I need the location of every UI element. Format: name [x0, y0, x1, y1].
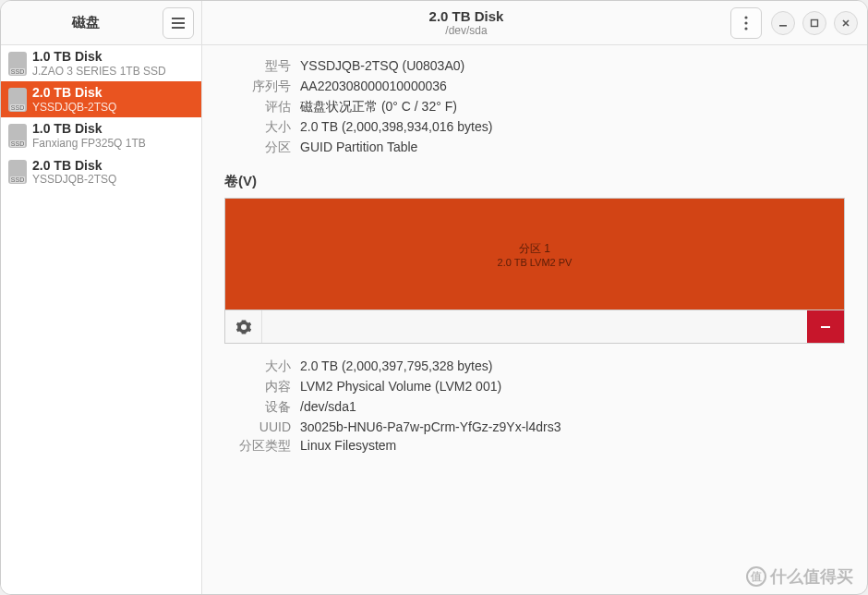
- value-partitioning: GUID Partition Table: [300, 140, 845, 156]
- minimize-button[interactable]: [771, 11, 795, 35]
- disk-item-title: 2.0 TB Disk: [32, 85, 116, 101]
- value-vol-contents: LVM2 Physical Volume (LVM2 001): [300, 379, 845, 395]
- label-vol-device: 设备: [224, 399, 291, 416]
- main-panel: 型号 YSSDJQB-2TSQ (U0803A0) 序列号 AA22030800…: [202, 45, 867, 594]
- disk-list-item[interactable]: 1.0 TB Disk J.ZAO 3 SERIES 1TB SSD: [1, 45, 201, 81]
- minimize-icon: [778, 18, 788, 28]
- watermark-text: 什么值得买: [770, 565, 853, 588]
- volumes-section-title: 卷(V): [224, 173, 845, 190]
- app-window: 磁盘 2.0 TB Disk /dev/sda: [0, 0, 868, 595]
- watermark: 值 什么值得买: [746, 565, 853, 588]
- sidebar-title: 磁盘: [8, 14, 163, 31]
- disk-list-item[interactable]: 1.0 TB Disk Fanxiang FP325Q 1TB: [1, 117, 201, 153]
- label-vol-size: 大小: [224, 358, 291, 375]
- titlebar-left: 磁盘: [1, 1, 202, 44]
- value-model: YSSDJQB-2TSQ (U0803A0): [300, 58, 845, 75]
- label-vol-ptype: 分区类型: [224, 438, 291, 455]
- value-vol-device: /dev/sda1: [300, 399, 845, 416]
- svg-rect-8: [821, 326, 830, 328]
- svg-rect-6: [779, 25, 787, 27]
- label-vol-contents: 内容: [224, 379, 291, 395]
- body: 1.0 TB Disk J.ZAO 3 SERIES 1TB SSD 2.0 T…: [1, 45, 867, 594]
- disk-item-title: 1.0 TB Disk: [32, 49, 166, 65]
- disk-list-item[interactable]: 2.0 TB Disk YSSDJQB-2TSQ: [1, 81, 201, 117]
- maximize-button[interactable]: [802, 11, 826, 35]
- titlebar-center: 2.0 TB Disk /dev/sda: [202, 8, 730, 37]
- window-subtitle: /dev/sda: [202, 24, 730, 37]
- hamburger-icon: [171, 17, 186, 30]
- disk-item-sub: Fanxiang FP325Q 1TB: [32, 137, 146, 150]
- partition-title: 分区 1: [519, 241, 550, 257]
- volume-options-button[interactable]: [225, 310, 262, 343]
- ssd-icon: [8, 124, 27, 148]
- volume-info-table: 大小 2.0 TB (2,000,397,795,328 bytes) 内容 L…: [224, 358, 845, 455]
- value-vol-ptype: Linux Filesystem: [300, 438, 845, 455]
- titlebar: 磁盘 2.0 TB Disk /dev/sda: [1, 1, 867, 45]
- ssd-icon: [8, 52, 27, 76]
- disk-options-button[interactable]: [730, 7, 762, 39]
- disk-info-table: 型号 YSSDJQB-2TSQ (U0803A0) 序列号 AA22030800…: [224, 58, 845, 156]
- svg-point-5: [744, 27, 747, 30]
- volume-partition[interactable]: 分区 1 2.0 TB LVM2 PV: [224, 198, 845, 310]
- label-model: 型号: [224, 58, 291, 75]
- hamburger-menu-button[interactable]: [163, 7, 194, 39]
- value-assessment: 磁盘状况正常 (0° C / 32° F): [300, 99, 845, 115]
- svg-point-4: [744, 21, 747, 24]
- value-serial: AA220308000010000036: [300, 79, 845, 95]
- svg-rect-7: [812, 19, 818, 26]
- label-size: 大小: [224, 119, 291, 136]
- disk-item-sub: YSSDJQB-2TSQ: [32, 101, 116, 114]
- disk-item-sub: J.ZAO 3 SERIES 1TB SSD: [32, 65, 166, 78]
- watermark-badge-icon: 值: [746, 566, 766, 587]
- kebab-icon: [744, 16, 748, 30]
- ssd-icon: [8, 88, 27, 112]
- label-vol-uuid: UUID: [224, 419, 291, 434]
- gear-icon: [235, 319, 252, 335]
- disk-item-title: 2.0 TB Disk: [32, 158, 116, 174]
- svg-rect-0: [172, 18, 185, 19]
- close-button[interactable]: [834, 11, 858, 35]
- disk-item-sub: YSSDJQB-2TSQ: [32, 173, 116, 186]
- maximize-icon: [810, 18, 819, 28]
- disk-list-sidebar: 1.0 TB Disk J.ZAO 3 SERIES 1TB SSD 2.0 T…: [1, 45, 202, 594]
- label-serial: 序列号: [224, 79, 291, 95]
- svg-rect-1: [172, 22, 185, 24]
- label-partitioning: 分区: [224, 140, 291, 156]
- minus-icon: [819, 321, 832, 334]
- volume-toolbar: [224, 310, 845, 344]
- window-controls: [771, 11, 867, 35]
- svg-point-3: [744, 16, 747, 18]
- delete-partition-button[interactable]: [807, 310, 844, 343]
- value-size: 2.0 TB (2,000,398,934,016 bytes): [300, 119, 845, 136]
- disk-list-item[interactable]: 2.0 TB Disk YSSDJQB-2TSQ: [1, 154, 201, 190]
- value-vol-size: 2.0 TB (2,000,397,795,328 bytes): [300, 358, 845, 375]
- label-assessment: 评估: [224, 99, 291, 115]
- ssd-icon: [8, 160, 27, 184]
- svg-rect-2: [172, 27, 185, 29]
- value-vol-uuid: 3o025b-HNU6-Pa7w-pCrm-YfGz-z9Yx-l4drs3: [300, 419, 845, 434]
- window-title: 2.0 TB Disk: [202, 8, 730, 24]
- close-icon: [841, 18, 850, 28]
- partition-sub: 2.0 TB LVM2 PV: [498, 257, 573, 268]
- disk-item-title: 1.0 TB Disk: [32, 121, 146, 137]
